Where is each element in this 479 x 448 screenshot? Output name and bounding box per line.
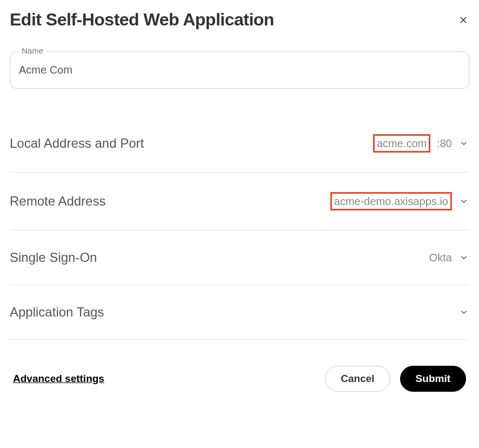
- sso-value: Okta: [429, 252, 452, 264]
- remote-address-label: Remote Address: [10, 194, 105, 209]
- local-address-host-highlight: acme.com: [373, 134, 430, 153]
- name-input[interactable]: [10, 51, 469, 89]
- local-address-label: Local Address and Port: [10, 136, 144, 151]
- chevron-down-icon[interactable]: [458, 196, 469, 207]
- remote-address-value-wrap: acme-demo.axisapps.io: [330, 192, 469, 210]
- chevron-down-icon[interactable]: [458, 252, 469, 263]
- cancel-button[interactable]: Cancel: [325, 366, 390, 392]
- close-icon[interactable]: [457, 12, 469, 28]
- dialog-footer: Advanced settings Cancel Submit: [10, 366, 469, 392]
- remote-address-section[interactable]: Remote Address acme-demo.axisapps.io: [10, 173, 469, 230]
- footer-button-group: Cancel Submit: [325, 366, 466, 392]
- sso-label: Single Sign-On: [10, 250, 97, 265]
- chevron-down-icon[interactable]: [458, 307, 469, 318]
- local-address-port: :80: [437, 137, 452, 150]
- local-address-value-wrap: acme.com:80: [373, 134, 469, 153]
- chevron-down-icon[interactable]: [458, 138, 469, 149]
- sso-value-wrap: Okta: [429, 252, 469, 264]
- sso-section[interactable]: Single Sign-On Okta: [10, 230, 469, 285]
- app-tags-label: Application Tags: [10, 305, 104, 320]
- app-tags-section[interactable]: Application Tags: [10, 285, 469, 340]
- remote-address-value-highlight: acme-demo.axisapps.io: [330, 192, 452, 210]
- submit-button[interactable]: Submit: [400, 366, 466, 392]
- dialog-header: Edit Self-Hosted Web Application: [10, 10, 469, 30]
- name-field-label: Name: [18, 46, 46, 55]
- advanced-settings-link[interactable]: Advanced settings: [13, 373, 104, 385]
- app-tags-value-wrap: [458, 307, 469, 318]
- page-title: Edit Self-Hosted Web Application: [10, 10, 274, 30]
- local-address-section[interactable]: Local Address and Port acme.com:80: [10, 115, 469, 173]
- name-field-wrapper: Name: [10, 51, 469, 89]
